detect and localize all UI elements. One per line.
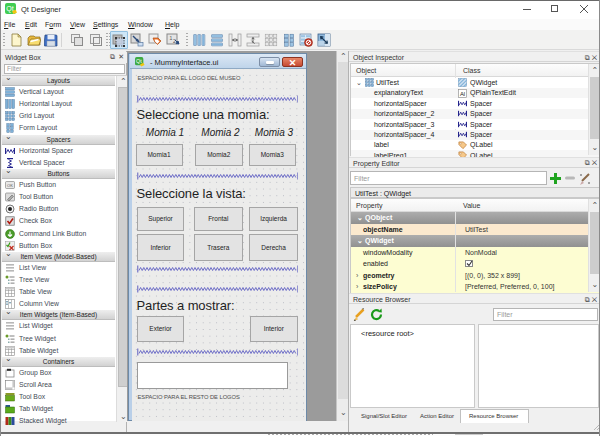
svg-text:Al: Al bbox=[460, 90, 465, 96]
svg-text:Qt: Qt bbox=[136, 58, 142, 64]
svg-text:OK: OK bbox=[7, 183, 13, 188]
